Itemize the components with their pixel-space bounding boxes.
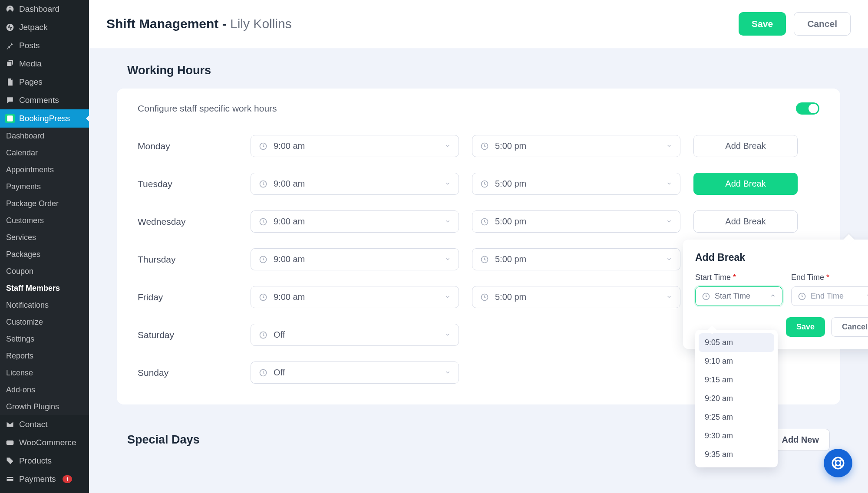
submenu-growth-plugins[interactable]: Growth Plugins xyxy=(0,398,89,415)
help-fab[interactable] xyxy=(824,449,852,477)
chevron-down-icon xyxy=(445,368,451,378)
submenu-packages[interactable]: Packages xyxy=(0,246,89,263)
sidebar-label: Posts xyxy=(19,41,40,50)
cancel-button[interactable]: Cancel xyxy=(794,12,851,36)
dropdown-option[interactable]: 9:35 am xyxy=(699,445,774,464)
comment-icon xyxy=(5,95,15,105)
sidebar-label: WooCommerce xyxy=(19,438,76,447)
popover-cancel-button[interactable]: Cancel xyxy=(831,317,868,337)
chevron-down-icon xyxy=(666,254,672,264)
chevron-down-icon xyxy=(445,254,451,264)
start-time-select[interactable]: Start Time xyxy=(695,286,782,306)
section-working-hours-title: Working Hours xyxy=(127,64,840,77)
end-time-select[interactable]: 5:00 pm xyxy=(472,210,680,233)
dropdown-option[interactable]: 9:30 am xyxy=(699,427,774,445)
chevron-down-icon xyxy=(445,330,451,340)
dropdown-option[interactable]: 9:25 am xyxy=(699,408,774,427)
end-time-value: 5:00 pm xyxy=(495,217,526,227)
end-time-value: 5:00 pm xyxy=(495,254,526,264)
clock-icon xyxy=(259,180,267,188)
start-time-select[interactable]: 9:00 am xyxy=(251,135,459,157)
submenu-customize[interactable]: Customize xyxy=(0,314,89,331)
end-time-value: 5:00 pm xyxy=(495,292,526,302)
submenu-license[interactable]: License xyxy=(0,365,89,381)
submenu-reports[interactable]: Reports xyxy=(0,348,89,365)
sidebar-item-jetpack[interactable]: Jetpack xyxy=(0,18,89,36)
sidebar-item-woocommerce[interactable]: WooCommerce xyxy=(0,434,89,452)
end-time-select[interactable]: 5:00 pm xyxy=(472,135,680,157)
start-time-select[interactable]: 9:00 am xyxy=(251,248,459,270)
special-days-title: Special Days xyxy=(127,433,200,447)
popover-save-button[interactable]: Save xyxy=(786,317,825,337)
start-time-select[interactable]: 9:00 am xyxy=(251,286,459,308)
main-content: Shift Management - Lily Kollins Save Can… xyxy=(89,0,868,493)
sidebar-item-pages[interactable]: Pages xyxy=(0,73,89,91)
day-label: Tuesday xyxy=(138,179,238,189)
sidebar-item-contact[interactable]: Contact xyxy=(0,415,89,434)
clock-icon xyxy=(259,293,267,302)
start-time-label: Start Time * xyxy=(695,273,782,282)
chevron-down-icon xyxy=(666,292,672,302)
submenu-calendar[interactable]: Calendar xyxy=(0,145,89,161)
start-time-placeholder: Start Time xyxy=(715,292,750,301)
clock-icon xyxy=(259,142,267,151)
jetpack-icon xyxy=(5,23,15,32)
sidebar-item-payments[interactable]: Payments 1 xyxy=(0,470,89,488)
end-time-select[interactable]: 5:00 pm xyxy=(472,173,680,195)
dropdown-option[interactable]: 9:15 am xyxy=(699,371,774,389)
svg-rect-1 xyxy=(7,115,13,121)
submenu-add-ons[interactable]: Add-ons xyxy=(0,381,89,398)
start-time-value: 9:00 am xyxy=(274,254,305,264)
working-hours-toggle[interactable] xyxy=(796,102,819,115)
bookingpress-icon xyxy=(5,114,15,123)
sidebar-label: Contact xyxy=(19,420,47,429)
sidebar-item-dashboard[interactable]: Dashboard xyxy=(0,0,89,18)
sidebar-item-media[interactable]: Media xyxy=(0,55,89,73)
svg-rect-4 xyxy=(7,478,13,480)
day-label: Saturday xyxy=(138,330,238,340)
submenu-customers[interactable]: Customers xyxy=(0,212,89,229)
day-row: Tuesday9:00 am5:00 pmAdd Break xyxy=(117,165,840,203)
dropdown-option[interactable]: 9:05 am xyxy=(699,333,774,352)
dropdown-option[interactable]: 9:10 am xyxy=(699,352,774,371)
chevron-up-icon xyxy=(770,292,776,301)
sidebar-item-posts[interactable]: Posts xyxy=(0,36,89,55)
end-time-select[interactable]: End Time xyxy=(791,286,868,306)
header-actions: Save Cancel xyxy=(739,12,851,36)
end-time-select[interactable]: 5:00 pm xyxy=(472,286,680,308)
submenu-settings[interactable]: Settings xyxy=(0,331,89,348)
add-break-button[interactable]: Add Break xyxy=(693,210,798,233)
start-time-select[interactable]: 9:00 am xyxy=(251,210,459,233)
start-time-select[interactable]: Off xyxy=(251,362,459,384)
save-button[interactable]: Save xyxy=(739,12,786,36)
submenu-payments[interactable]: Payments xyxy=(0,178,89,195)
add-break-button[interactable]: Add Break xyxy=(693,173,798,195)
chevron-down-icon xyxy=(445,217,451,227)
popover-title: Add Break xyxy=(695,252,868,263)
svg-rect-2 xyxy=(7,440,14,445)
sidebar-item-bookingpress[interactable]: BookingPress xyxy=(0,109,89,128)
day-row: Monday9:00 am5:00 pmAdd Break xyxy=(117,127,840,165)
start-time-select[interactable]: Off xyxy=(251,324,459,346)
title-name: Lily Kollins xyxy=(230,16,292,31)
submenu-services[interactable]: Services xyxy=(0,229,89,246)
submenu-appointments[interactable]: Appointments xyxy=(0,161,89,178)
end-time-select[interactable]: 5:00 pm xyxy=(472,248,680,270)
dropdown-option[interactable]: 9:20 am xyxy=(699,389,774,408)
sidebar-label: Jetpack xyxy=(19,23,47,32)
clock-icon xyxy=(480,255,489,264)
submenu-coupon[interactable]: Coupon xyxy=(0,263,89,280)
submenu-package-order[interactable]: Package Order xyxy=(0,195,89,212)
submenu-dashboard[interactable]: Dashboard xyxy=(0,128,89,145)
sidebar-item-comments[interactable]: Comments xyxy=(0,91,89,109)
start-time-select[interactable]: 9:00 am xyxy=(251,173,459,195)
start-time-value: Off xyxy=(274,368,285,378)
sidebar-item-products[interactable]: Products xyxy=(0,452,89,470)
submenu-staff-members[interactable]: Staff Members xyxy=(0,280,89,297)
submenu-notifications[interactable]: Notifications xyxy=(0,297,89,314)
title-prefix: Shift Management - xyxy=(106,16,230,31)
add-new-label: Add New xyxy=(782,435,819,445)
add-break-button[interactable]: Add Break xyxy=(693,135,798,157)
clock-icon xyxy=(259,331,267,339)
chevron-down-icon xyxy=(445,141,451,151)
